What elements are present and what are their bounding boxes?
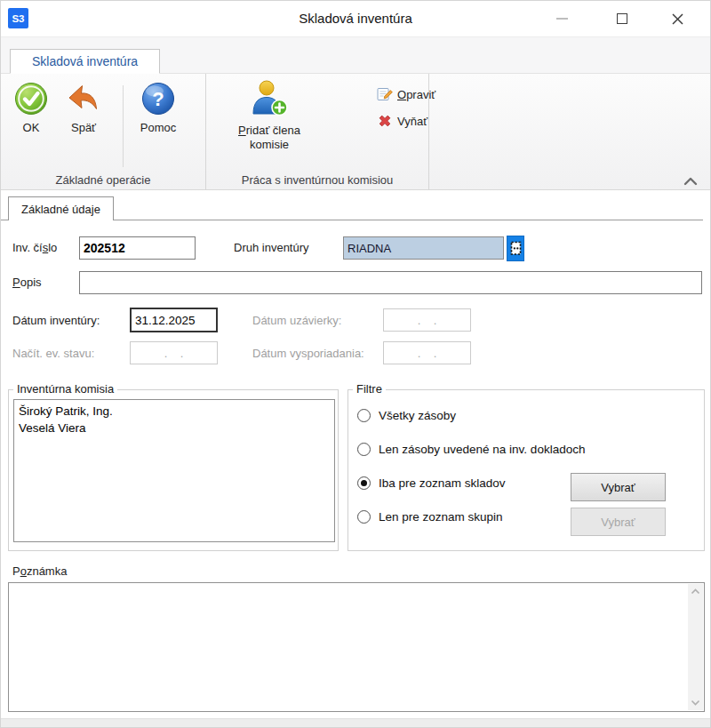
druh-inventury-input[interactable] — [343, 236, 504, 260]
radio-circle-icon — [357, 510, 371, 524]
komisia-member[interactable]: Veselá Viera — [19, 420, 330, 436]
vybrat-skupiny-button: Vybrať — [571, 508, 666, 536]
minimize-button[interactable] — [541, 1, 582, 36]
poznamka-label: Poznámka — [12, 564, 67, 578]
inventurna-komisia-groupbox: Inventúrna komisia Široký Patrik, Ing. V… — [8, 389, 339, 551]
ok-button[interactable]: OK — [8, 81, 54, 135]
inventurna-komisia-legend: Inventúrna komisia — [13, 382, 117, 396]
radio-circle-icon — [357, 409, 371, 422]
scroll-up-button[interactable] — [688, 584, 703, 599]
ribbon-group-zakladne-operacie: OK Späť ? — [1, 74, 206, 189]
svg-text:?: ? — [152, 88, 164, 110]
scroll-down-button[interactable] — [688, 695, 703, 710]
pridat-clena-label: Pridať členakomisie — [238, 124, 300, 152]
datum-inventury-input[interactable] — [130, 308, 218, 332]
komisia-listbox[interactable]: Široký Patrik, Ing. Veselá Viera — [13, 399, 335, 542]
popis-label: Popis — [12, 276, 42, 289]
chevron-up-icon — [683, 176, 698, 186]
minimize-icon — [556, 18, 568, 20]
druh-inventury-label: Druh inventúry — [234, 241, 309, 254]
group-label-praca-s-komisiou: Práca s inventúrnou komisiou — [206, 173, 428, 187]
window-title: Skladová inventúra — [299, 11, 412, 26]
poznamka-box — [8, 582, 705, 712]
chevron-down-icon — [691, 700, 700, 706]
lookup-list-icon — [510, 241, 522, 256]
close-icon — [671, 12, 684, 26]
vynat-button[interactable]: Vyňať — [377, 113, 427, 129]
pomoc-button[interactable]: ? Pomoc — [131, 81, 186, 135]
datum-inventury-label: Dátum inventúry: — [12, 314, 100, 327]
opravit-label: Opraviť — [397, 88, 435, 101]
ribbon-tab-skladova-inventura[interactable]: Skladová inventúra — [10, 49, 160, 74]
inv-cislo-input[interactable] — [79, 236, 196, 260]
add-member-icon — [250, 78, 289, 119]
datum-uzavierky-label: Dátum uzávierky: — [252, 314, 341, 327]
nacit-ev-stavu-label: Načít. ev. stavu: — [12, 347, 94, 360]
radio-vsetky-zasoby[interactable]: Všetky zásoby — [357, 409, 456, 422]
pridat-clena-button[interactable]: Pridať členakomisie — [217, 78, 322, 152]
inv-cislo-label: Inv. číslo — [12, 241, 57, 254]
ribbon-group-praca-s-komisiou: Pridať členakomisie Opraviť Vyňať Práca … — [206, 74, 429, 189]
druh-inventury-lookup-button[interactable] — [507, 236, 524, 261]
pomoc-button-label: Pomoc — [140, 121, 176, 135]
back-arrow-icon — [66, 81, 101, 116]
ribbon: OK Späť ? — [1, 74, 710, 190]
group-label-zakladne-operacie: Základné operácie — [1, 173, 205, 187]
datum-vysporiadania-label: Dátum vysporiadania: — [252, 347, 364, 360]
chevron-up-icon — [691, 588, 700, 595]
radio-iba-zoznam-skladov[interactable]: Iba pre zoznam skladov — [357, 476, 506, 490]
popis-input[interactable] — [79, 271, 702, 294]
ribbon-separator — [123, 85, 124, 167]
dialog-body: Základné údaje Inv. číslo Druh inventúry… — [1, 190, 710, 728]
ribbon-collapse-button[interactable] — [682, 174, 699, 187]
maximize-icon — [617, 13, 627, 24]
maximize-button[interactable] — [602, 1, 643, 36]
remove-icon — [377, 113, 393, 129]
datum-vysporiadania-input — [383, 341, 471, 364]
spat-button-label: Späť — [71, 121, 96, 135]
ok-check-icon — [13, 81, 49, 116]
poznamka-textarea[interactable] — [10, 584, 687, 710]
help-icon: ? — [140, 81, 176, 116]
datum-uzavierky-input — [383, 308, 471, 332]
edit-icon — [377, 86, 393, 102]
radio-len-zasoby-inv-doklady[interactable]: Len zásoby uvedené na inv. dokladoch — [357, 443, 585, 456]
komisia-member[interactable]: Široký Patrik, Ing. — [19, 403, 330, 420]
dialog-skladova-inventura: S3 Skladová inventúra Skladová inventúra — [0, 0, 711, 728]
tab-zakladne-udaje[interactable]: Základné údaje — [8, 196, 114, 220]
filtre-groupbox: Filtre Všetky zásoby Len zásoby uvedené … — [348, 389, 705, 551]
filtre-legend: Filtre — [353, 382, 386, 396]
ok-button-label: OK — [23, 121, 40, 135]
close-button[interactable] — [657, 1, 698, 36]
opravit-button[interactable]: Opraviť — [377, 86, 435, 102]
poznamka-scrollbar[interactable] — [688, 584, 703, 710]
window-footer-strip — [1, 718, 710, 728]
spat-button[interactable]: Späť — [58, 81, 109, 135]
radio-circle-icon — [357, 443, 371, 456]
ribbon-tab-strip: Skladová inventúra — [1, 37, 710, 74]
vybrat-sklady-button[interactable]: Vybrať — [571, 473, 666, 501]
vynat-label: Vyňať — [397, 115, 427, 128]
app-logo-s3: S3 — [8, 8, 28, 28]
radio-len-zoznam-skupin[interactable]: Len pre zoznam skupin — [357, 510, 503, 524]
radio-circle-checked-icon — [357, 476, 371, 490]
nacit-ev-stavu-input — [130, 341, 218, 364]
titlebar: S3 Skladová inventúra — [1, 1, 710, 37]
